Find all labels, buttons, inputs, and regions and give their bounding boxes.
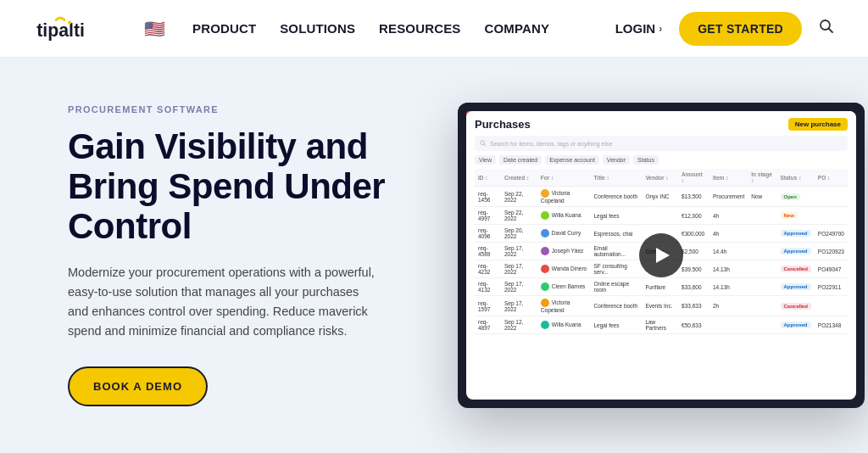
cell-title: Legal fees	[590, 316, 642, 334]
cell-title: SF consulting serv...	[590, 260, 642, 278]
cell-status: Cancelled	[777, 260, 815, 278]
cell-po: PO21348	[815, 316, 848, 334]
nav-product[interactable]: PRODUCT	[192, 21, 256, 36]
table-row[interactable]: req-1456 Sep 22, 2022 Victoria Copeland …	[475, 187, 848, 207]
col-po: PO ↕	[815, 169, 848, 187]
cell-date: Sep 17, 2022	[501, 278, 537, 296]
login-button[interactable]: LOGIN ›	[615, 21, 663, 36]
cell-for: Wanda Dinero	[537, 260, 591, 278]
cell-id: req-1597	[475, 296, 501, 316]
svg-line-5	[484, 144, 486, 146]
hero-body: Modernize your procurement operations wi…	[68, 263, 381, 342]
col-id: ID ↕	[475, 169, 501, 187]
svg-point-1	[68, 20, 71, 24]
status-badge: Approved	[781, 230, 811, 237]
cell-for: Cleen Barnes	[537, 278, 591, 296]
cell-stage: Now	[748, 187, 776, 207]
cell-title: Conference booth	[590, 187, 642, 207]
table-header-row: ID ↕ Created ↕ For ↕ Title ↕ Vendor ↕ Am…	[475, 169, 848, 187]
col-title: Title ↕	[590, 169, 642, 187]
cell-amount: $33,600	[678, 278, 709, 296]
filter-expense-account[interactable]: Expense account	[545, 155, 599, 165]
svg-text:tipalti: tipalti	[36, 20, 85, 41]
cell-amount: $39,500	[678, 260, 709, 278]
filter-view[interactable]: View	[475, 155, 496, 165]
cell-date: Sep 12, 2022	[501, 316, 537, 334]
filter-status[interactable]: Status	[633, 155, 659, 165]
cell-for: Victoria Copeland	[537, 187, 591, 207]
cell-stage	[748, 278, 776, 296]
cell-title: Espressos, chai	[590, 225, 642, 243]
status-badge: Cancelled	[781, 266, 811, 272]
cell-date: Sep 17, 2022	[501, 243, 537, 260]
logo[interactable]: tipalti	[34, 14, 110, 44]
cell-po: PO249700	[815, 225, 848, 243]
book-demo-button[interactable]: BOOK A DEMO	[68, 366, 208, 406]
cell-po: PO49047	[815, 260, 848, 278]
cell-po: PO22911	[815, 278, 848, 296]
hero-content: PROCUREMENT SOFTWARE Gain Visibility and…	[68, 104, 424, 407]
cell-date: Sep 22, 2022	[501, 187, 537, 207]
table-row[interactable]: req-1597 Sep 17, 2022 Victoria Copeland …	[475, 296, 848, 316]
col-amount: Amount ↕	[678, 169, 709, 187]
language-flag[interactable]: 🇺🇸	[144, 19, 165, 39]
cell-vendor: Onyx INC	[642, 187, 678, 207]
login-chevron-icon: ›	[659, 23, 662, 35]
cell-stage	[748, 243, 776, 260]
table-row[interactable]: req-4997 Sep 22, 2022 Willa Kuana Legal …	[475, 207, 848, 225]
cell-po	[815, 187, 848, 207]
status-badge: Approved	[781, 283, 811, 290]
nav-resources[interactable]: RESOURCES	[379, 21, 460, 36]
cell-amount: $13,500	[678, 187, 709, 207]
nav-company[interactable]: COMPANY	[484, 21, 549, 36]
cell-item: Procurement	[709, 187, 748, 207]
col-stage: In stage ↕	[748, 169, 776, 187]
status-badge: Approved	[781, 248, 811, 254]
cell-stage	[748, 260, 776, 278]
search-icon[interactable]	[819, 19, 834, 38]
get-started-button[interactable]: GET STARTED	[679, 12, 802, 46]
hero-section: PROCUREMENT SOFTWARE Gain Visibility and…	[0, 58, 868, 453]
table-row[interactable]: req-4132 Sep 17, 2022 Cleen Barnes Onlin…	[475, 278, 848, 296]
cell-item: 4h	[709, 207, 748, 225]
cell-date: Sep 22, 2022	[501, 207, 537, 225]
status-badge: Open	[781, 193, 800, 200]
play-triangle-icon	[656, 248, 670, 263]
nav-links: PRODUCT SOLUTIONS RESOURCES COMPANY	[192, 21, 588, 36]
cell-status: New	[777, 207, 815, 225]
new-purchase-button[interactable]: New purchase	[788, 118, 848, 131]
cell-item: 2h	[709, 296, 748, 316]
cell-stage	[748, 296, 776, 316]
dashboard-search-icon	[480, 140, 487, 147]
cell-status: Approved	[777, 225, 815, 243]
cell-item: 14.13h	[709, 260, 748, 278]
hero-headline: Gain Visibility and Bring Spend Under Co…	[68, 126, 424, 246]
dashboard-header: Purchases New purchase	[475, 118, 848, 131]
cell-item: 14.4h	[709, 243, 748, 260]
svg-line-3	[829, 29, 833, 33]
dashboard-filters: View Date created Expense account Vendor…	[475, 155, 848, 165]
dashboard-mockup: Purchases New purchase Search for items,…	[458, 103, 865, 408]
cell-po	[815, 207, 848, 225]
dashboard-search[interactable]: Search for items, demos, tags or anythin…	[475, 136, 848, 151]
cell-for: Victoria Copeland	[537, 296, 591, 316]
cell-stage	[748, 207, 776, 225]
cell-vendor	[642, 207, 678, 225]
cell-date: Sep 17, 2022	[501, 296, 537, 316]
cell-title: Conference booth	[590, 296, 642, 316]
cell-id: req-4997	[475, 207, 501, 225]
filter-date-created[interactable]: Date created	[499, 155, 542, 165]
navigation: tipalti 🇺🇸 PRODUCT SOLUTIONS RESOURCES C…	[0, 0, 868, 58]
cell-amount: $33,633	[678, 296, 709, 316]
dashboard-search-placeholder: Search for items, demos, tags or anythin…	[490, 141, 612, 147]
cell-item: 4h	[709, 225, 748, 243]
cell-title: Email automation...	[590, 243, 642, 260]
cell-amount: €12,000	[678, 207, 709, 225]
filter-vendor[interactable]: Vendor	[603, 155, 630, 165]
play-button[interactable]	[639, 233, 683, 277]
nav-right: LOGIN › GET STARTED	[615, 12, 834, 46]
nav-solutions[interactable]: SOLUTIONS	[280, 21, 355, 36]
col-status: Status ↕	[777, 169, 815, 187]
cell-stage	[748, 316, 776, 334]
table-row[interactable]: req-4897 Sep 12, 2022 Willa Kuana Legal …	[475, 316, 848, 334]
